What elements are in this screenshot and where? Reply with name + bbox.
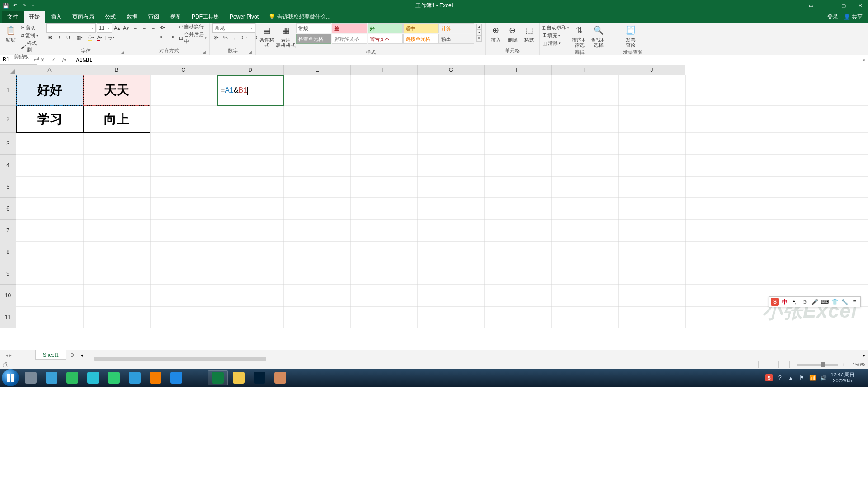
- format-as-table-button[interactable]: ▦表用 表格格式: [277, 23, 294, 49]
- share-button[interactable]: 👤 共享: [844, 13, 863, 21]
- font-color-button[interactable]: A▾: [96, 33, 104, 42]
- paste-button[interactable]: 📋 粘贴: [3, 23, 19, 43]
- col-header-c[interactable]: C: [150, 65, 217, 75]
- ime-language-bar[interactable]: S 中 •, ☺ 🎤 ⌨ 👕 🔧 ≡: [769, 296, 861, 307]
- zoom-value[interactable]: 150%: [845, 362, 865, 367]
- tell-me[interactable]: 💡 告诉我您想要做什么...: [264, 11, 335, 23]
- maximize-btn[interactable]: ▢: [835, 0, 852, 11]
- percent-button[interactable]: %: [222, 33, 230, 42]
- clear-button[interactable]: ◫清除▾: [542, 40, 569, 47]
- cell-styles-gallery[interactable]: 常规 差 好 适中 计算 检查单元格 解释性文本 警告文本 链接单元格 输出: [296, 23, 474, 44]
- col-header-a[interactable]: A: [16, 65, 83, 75]
- view-pagebreak-button[interactable]: [780, 361, 790, 368]
- ime-punct-icon[interactable]: •,: [791, 298, 799, 306]
- style-bad[interactable]: 差: [332, 23, 367, 33]
- merge-center-button[interactable]: ⊞合并后居中▾: [179, 31, 207, 45]
- ime-emoji-icon[interactable]: ☺: [801, 298, 809, 306]
- ime-tool-icon[interactable]: 🔧: [840, 298, 849, 306]
- col-header-d[interactable]: D: [217, 65, 284, 75]
- zoom-in-button[interactable]: +: [842, 362, 844, 367]
- number-format-combo[interactable]: 常规▾: [212, 23, 255, 33]
- ribbon-display-btn[interactable]: ▭: [803, 0, 819, 11]
- insert-function-button[interactable]: fx: [59, 57, 70, 63]
- cut-button[interactable]: ✂剪切: [21, 24, 40, 31]
- tab-insert[interactable]: 插入: [45, 11, 67, 23]
- gallery-scroll[interactable]: ▴▾≡: [476, 23, 482, 42]
- delete-cells-button[interactable]: ⊖删除: [505, 23, 520, 43]
- tray-speaker-icon[interactable]: 🔊: [820, 374, 827, 381]
- row-header-10[interactable]: 10: [0, 285, 16, 306]
- tab-pdf[interactable]: PDF工具集: [186, 11, 224, 23]
- qat-undo-icon[interactable]: ↶: [12, 2, 18, 9]
- cell-d1-editing[interactable]: =A1&B1: [217, 75, 284, 106]
- task-item-wechat[interactable]: [62, 370, 82, 385]
- minimize-btn[interactable]: —: [819, 0, 835, 11]
- orientation-button[interactable]: ⟲▾: [158, 23, 166, 32]
- tray-up-icon[interactable]: ▴: [787, 374, 794, 381]
- style-normal[interactable]: 常规: [296, 23, 331, 33]
- col-header-g[interactable]: G: [418, 65, 485, 75]
- tab-data[interactable]: 数据: [121, 11, 143, 23]
- align-center-button[interactable]: ≡: [140, 33, 148, 41]
- autosum-button[interactable]: Σ自动求和▾: [542, 24, 569, 31]
- grow-font-button[interactable]: A▴: [113, 24, 121, 32]
- tray-help-icon[interactable]: ?: [776, 374, 783, 381]
- task-item-app-9[interactable]: [187, 370, 207, 385]
- invoice-check-button[interactable]: 🧾发票 查验: [622, 23, 639, 49]
- conditional-formatting-button[interactable]: ▤条件格式: [259, 23, 275, 49]
- comma-button[interactable]: ,: [231, 33, 239, 42]
- tab-file[interactable]: 文件: [2, 11, 24, 23]
- task-item-photoshop[interactable]: [250, 370, 269, 385]
- row-header-9[interactable]: 9: [0, 263, 16, 285]
- show-desktop-button[interactable]: [861, 369, 865, 387]
- fill-button[interactable]: ↧填充▾: [542, 32, 569, 39]
- align-top-button[interactable]: ≡: [131, 23, 139, 32]
- sheet-nav[interactable]: ◂ ▸: [0, 350, 18, 360]
- font-size-combo[interactable]: 11▾: [97, 23, 112, 33]
- system-tray[interactable]: S ? ▴ ⚑ 📶 🔊 12:47 周日 2022/6/5: [765, 369, 866, 387]
- add-sheet-button[interactable]: ⊕: [66, 350, 78, 360]
- inc-decimal-button[interactable]: .0→: [240, 33, 248, 42]
- enter-formula-button[interactable]: ✓: [48, 57, 59, 63]
- select-all-corner[interactable]: [0, 65, 16, 75]
- ime-more-icon[interactable]: ≡: [850, 298, 859, 306]
- tab-review[interactable]: 审阅: [143, 11, 165, 23]
- row-header-5[interactable]: 5: [0, 176, 16, 198]
- format-painter-button[interactable]: 🖌格式刷: [21, 40, 40, 53]
- task-item-paint[interactable]: [270, 370, 290, 385]
- row-header-8[interactable]: 8: [0, 241, 16, 263]
- row-header-4[interactable]: 4: [0, 155, 16, 176]
- sign-in-link[interactable]: 登录: [827, 13, 838, 21]
- indent-inc-button[interactable]: ⇥: [167, 33, 175, 41]
- phonetic-button[interactable]: ゥ▾: [107, 33, 115, 42]
- underline-button[interactable]: U: [64, 33, 72, 42]
- zoom-slider[interactable]: [797, 364, 838, 366]
- ime-keyboard-icon[interactable]: ⌨: [821, 298, 829, 306]
- task-item-app-4[interactable]: [83, 370, 103, 385]
- tray-network-icon[interactable]: 📶: [809, 374, 816, 381]
- align-left-button[interactable]: ≡: [131, 33, 139, 41]
- cells-canvas[interactable]: 好好 天天 学习 向上 =A1&B1 小张Excel S 中 •,: [16, 75, 868, 328]
- col-header-j[interactable]: J: [618, 65, 685, 75]
- currency-button[interactable]: $▾: [212, 33, 221, 42]
- task-item-browser-ie[interactable]: [125, 370, 145, 385]
- sheet-tab-1[interactable]: Sheet1: [35, 350, 66, 360]
- tab-home[interactable]: 开始: [24, 11, 45, 23]
- tab-powerpivot[interactable]: Power Pivot: [224, 11, 264, 23]
- insert-cells-button[interactable]: ⊕插入: [488, 23, 503, 43]
- task-item-excel[interactable]: [208, 370, 228, 385]
- col-header-i[interactable]: I: [552, 65, 618, 75]
- name-box[interactable]: B1▾: [0, 55, 37, 65]
- style-calc[interactable]: 计算: [439, 23, 474, 33]
- worksheet-grid[interactable]: A B C D E F G H I J 1 2 3 4 5 6 7 8 9 10…: [0, 65, 868, 350]
- col-header-f[interactable]: F: [351, 65, 418, 75]
- indent-dec-button[interactable]: ⇤: [158, 33, 166, 41]
- task-item-edge[interactable]: [166, 370, 186, 385]
- style-output[interactable]: 输出: [439, 34, 474, 44]
- task-item-app-2[interactable]: [42, 370, 61, 385]
- row-header-3[interactable]: 3: [0, 133, 16, 155]
- style-neutral[interactable]: 适中: [403, 23, 439, 33]
- sogou-icon[interactable]: S: [771, 298, 779, 306]
- copy-button[interactable]: ⧉复制▾: [21, 32, 40, 39]
- style-explain[interactable]: 解释性文本: [332, 34, 367, 44]
